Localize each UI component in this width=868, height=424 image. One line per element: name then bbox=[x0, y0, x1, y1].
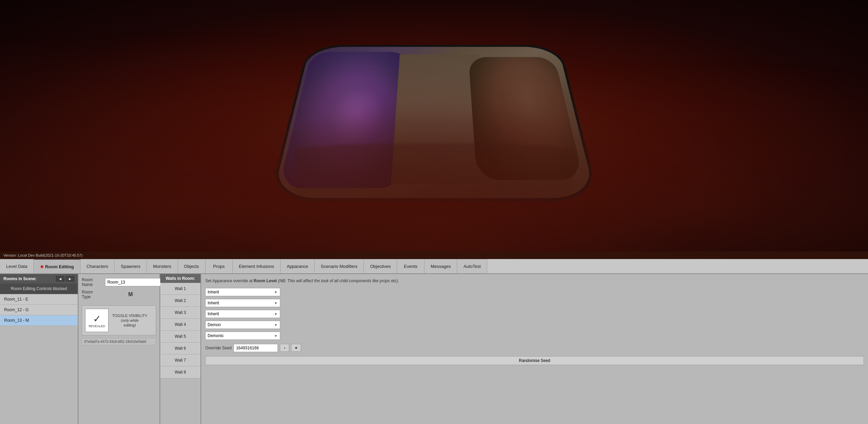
walls-header: Walls in Room: bbox=[160, 274, 200, 283]
seed-minus-button[interactable]: - bbox=[280, 344, 289, 352]
select-wrapper-1: Inherit Demon Demonic bbox=[205, 288, 280, 296]
appearance-title: Set Apparance override at Room Level (NB… bbox=[205, 278, 864, 284]
select-row-4: Inherit Demon Demonic bbox=[205, 321, 864, 329]
tab-monsters-label: Monsters bbox=[153, 264, 171, 269]
tab-objects[interactable]: Objects bbox=[178, 259, 206, 273]
tab-room-editing-label: Room Editing bbox=[45, 264, 74, 269]
room-type-label: Room Type bbox=[82, 290, 102, 299]
tab-scenario-modifiers[interactable]: Scenario Modifiers bbox=[315, 259, 364, 273]
tab-events[interactable]: Events bbox=[397, 259, 424, 273]
tab-messages-label: Messages bbox=[431, 264, 451, 269]
tab-props-label: Props bbox=[213, 264, 225, 269]
uuid-display: 87e6dd7e-4473-43c8-bf02-1fb410e0fab5 bbox=[82, 338, 156, 345]
toggle-visibility-label[interactable]: TOGGLE VISIBILITY(only whileediting) bbox=[112, 313, 147, 328]
seed-plus-button[interactable]: + bbox=[291, 344, 301, 352]
room-name-input[interactable] bbox=[105, 278, 161, 286]
select-row-1: Inherit Demon Demonic bbox=[205, 288, 864, 296]
seed-label: Override Seed bbox=[205, 346, 231, 350]
tab-autotest[interactable]: AutoTest bbox=[457, 259, 487, 273]
room-list-item-room13[interactable]: Room_13 - M bbox=[0, 315, 78, 326]
room-name-label: Room Name bbox=[82, 277, 102, 287]
tab-apparance-label: Apparance bbox=[287, 264, 308, 269]
seed-input[interactable] bbox=[234, 344, 278, 352]
walls-panel: Walls in Room: Wall 1 Wall 2 Wall 3 Wall… bbox=[160, 274, 201, 424]
tab-autotest-label: AutoTest bbox=[463, 264, 481, 269]
select-row-5: Inherit Demon Demonic bbox=[205, 332, 864, 340]
tab-messages[interactable]: Messages bbox=[424, 259, 457, 273]
tab-props[interactable]: Props bbox=[206, 259, 233, 273]
appearance-select-4[interactable]: Inherit Demon Demonic bbox=[205, 321, 280, 329]
tab-level-data[interactable]: Level Data bbox=[0, 259, 34, 273]
select-wrapper-3: Inherit Demon Demonic bbox=[205, 310, 280, 318]
tab-events-label: Events bbox=[404, 264, 418, 269]
select-row-3: Inherit Demon Demonic bbox=[205, 310, 864, 318]
seed-row: Override Seed - + bbox=[205, 344, 864, 352]
tab-scenario-modifiers-label: Scenario Modifiers bbox=[321, 264, 358, 269]
wall-item-1[interactable]: Wall 1 bbox=[160, 283, 200, 295]
wall-item-7[interactable]: Wall 7 bbox=[160, 354, 200, 366]
appearance-select-1[interactable]: Inherit Demon Demonic bbox=[205, 288, 280, 296]
tab-objects-label: Objects bbox=[184, 264, 199, 269]
room-type-row: Room Type M bbox=[82, 290, 156, 299]
blocked-banner: Room Editing Controls blocked bbox=[0, 284, 78, 294]
game-viewport: Version: Local Dev Build(2021-10-20T10:4… bbox=[0, 0, 868, 259]
wall-item-2[interactable]: Wall 2 bbox=[160, 295, 200, 307]
tab-star-icon: ★ bbox=[40, 264, 44, 269]
rooms-nav-prev[interactable]: ◄ bbox=[56, 276, 64, 282]
room11-label: Room_11 - E bbox=[4, 297, 28, 302]
wall-item-5[interactable]: Wall 5 bbox=[160, 331, 200, 343]
randomise-seed-button[interactable]: Randomise Seed bbox=[205, 356, 864, 365]
room-type-display: M bbox=[105, 290, 156, 299]
rooms-header-label: Rooms in Scene: bbox=[3, 276, 36, 281]
checkmark-icon: ✓ bbox=[93, 313, 101, 324]
room-detail-panel: Room Name Room Type M ✓ REVEALED TOGGLE … bbox=[78, 274, 160, 424]
room-name-row: Room Name bbox=[82, 277, 156, 287]
tab-level-data-label: Level Data bbox=[6, 264, 27, 269]
room13-label: Room_13 - M bbox=[4, 318, 29, 323]
tab-apparance[interactable]: Apparance bbox=[281, 259, 315, 273]
tab-element-infusions-label: Element Infusions bbox=[239, 264, 274, 269]
rooms-panel: Rooms in Scene: ◄ ► Room Editing Control… bbox=[0, 274, 78, 424]
rooms-header: Rooms in Scene: ◄ ► bbox=[0, 274, 78, 284]
select-wrapper-5: Inherit Demon Demonic bbox=[205, 332, 280, 340]
tab-objectives-label: Objectives bbox=[370, 264, 391, 269]
tab-characters[interactable]: Characters bbox=[80, 259, 115, 273]
select-row-2: Inherit Demon Demonic bbox=[205, 299, 864, 307]
room-list-item-room12[interactable]: Room_12 - G bbox=[0, 305, 78, 315]
appearance-select-5[interactable]: Inherit Demon Demonic bbox=[205, 332, 280, 340]
fog-overlay bbox=[0, 0, 868, 259]
room12-label: Room_12 - G bbox=[4, 307, 29, 312]
wall-item-3[interactable]: Wall 3 bbox=[160, 307, 200, 319]
appearance-panel: Set Apparance override at Room Level (NB… bbox=[201, 274, 868, 424]
main-content: Rooms in Scene: ◄ ► Room Editing Control… bbox=[0, 274, 868, 424]
appearance-select-3[interactable]: Inherit Demon Demonic bbox=[205, 310, 280, 318]
appearance-select-2[interactable]: Inherit Demon Demonic bbox=[205, 299, 280, 307]
rooms-header-nav: ◄ ► bbox=[56, 276, 74, 282]
ui-panel: Level Data ★ Room Editing Characters Spa… bbox=[0, 259, 868, 424]
wall-item-8[interactable]: Wall 8 bbox=[160, 366, 200, 378]
room-list-item-room11[interactable]: Room_11 - E bbox=[0, 294, 78, 305]
toggle-visibility-widget: ✓ REVEALED TOGGLE VISIBILITY(only whilee… bbox=[82, 305, 156, 335]
wall-item-6[interactable]: Wall 6 bbox=[160, 343, 200, 354]
tab-objectives[interactable]: Objectives bbox=[364, 259, 397, 273]
revealed-badge: ✓ REVEALED bbox=[85, 308, 109, 332]
tab-monsters[interactable]: Monsters bbox=[147, 259, 178, 273]
revealed-text: REVEALED bbox=[89, 324, 105, 328]
tab-element-infusions[interactable]: Element Infusions bbox=[233, 259, 281, 273]
rooms-nav-next[interactable]: ► bbox=[66, 276, 74, 282]
version-text: Version: Local Dev Build(2021-10-20T10:4… bbox=[3, 253, 83, 257]
tab-characters-label: Characters bbox=[87, 264, 108, 269]
version-bar: Version: Local Dev Build(2021-10-20T10:4… bbox=[0, 252, 868, 259]
select-wrapper-4: Inherit Demon Demonic bbox=[205, 321, 280, 329]
tab-room-editing[interactable]: ★ Room Editing bbox=[34, 259, 80, 273]
wall-item-4[interactable]: Wall 4 bbox=[160, 319, 200, 331]
tab-spawners-label: Spawners bbox=[121, 264, 140, 269]
select-wrapper-2: Inherit Demon Demonic bbox=[205, 299, 280, 307]
tab-spawners[interactable]: Spawners bbox=[115, 259, 147, 273]
tab-bar: Level Data ★ Room Editing Characters Spa… bbox=[0, 259, 868, 274]
